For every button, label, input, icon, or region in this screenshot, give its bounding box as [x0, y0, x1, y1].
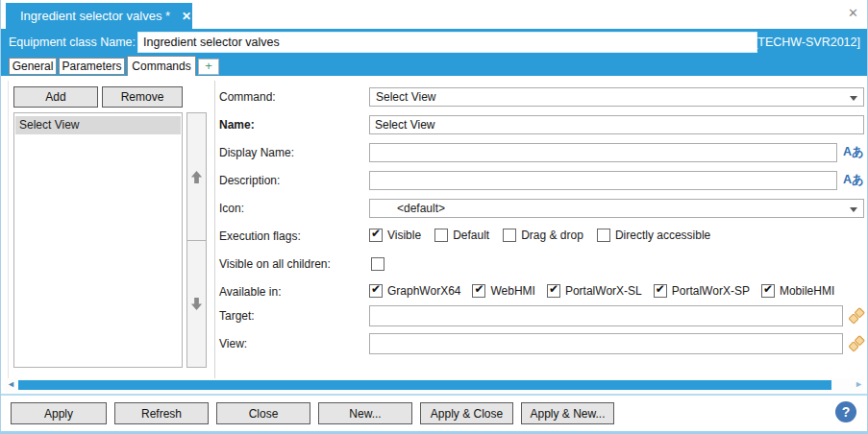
flag-directly-accessible: Directly accessible [597, 229, 710, 242]
commands-tab-content: Add Remove Select View Command: Select V… [1, 76, 867, 378]
portalworx-sl-checkbox[interactable] [547, 284, 560, 298]
avail-portalworx-sp: PortalWorX-SP [654, 284, 750, 298]
window-close-icon[interactable]: ✕ [848, 6, 858, 20]
document-tab-bar: Ingredient selector valves * ✕ ✕ [1, 0, 867, 29]
scroll-left-icon[interactable]: ◄ [7, 379, 15, 389]
document-tab-close-icon[interactable]: ✕ [182, 10, 191, 23]
equipment-class-name-label: Equipment class Name: [9, 29, 136, 56]
visible-checkbox-label: Visible [387, 229, 421, 242]
target-label: Target: [219, 306, 255, 326]
display-name-label: Display Name: [219, 143, 294, 162]
graphworx64-checkbox[interactable] [369, 284, 383, 298]
reorder-strip [186, 112, 207, 368]
portalworx-sp-checkbox-label: PortalWorX-SP [672, 284, 750, 298]
apply-button[interactable]: Apply [11, 402, 107, 424]
webhmi-checkbox-label: WebHMI [490, 284, 534, 298]
document-tab-title: Ingredient selector valves * [20, 9, 170, 23]
refresh-button[interactable]: Refresh [114, 402, 209, 424]
server-badge: [TECHW-SVR2012] [755, 29, 860, 56]
new-button[interactable]: New... [318, 402, 412, 424]
command-list[interactable]: Select View [13, 112, 183, 368]
icon-dropdown[interactable]: <default> [369, 199, 864, 218]
view-input[interactable] [369, 333, 843, 354]
tag-browse-icon[interactable] [848, 335, 865, 352]
header-bar: Equipment class Name: [TECHW-SVR2012] [1, 29, 867, 56]
portalworx-sp-checkbox[interactable] [654, 284, 667, 298]
view-label: View: [219, 334, 247, 353]
tab-strip: General Parameters Commands + [1, 56, 867, 76]
mobilehmi-checkbox[interactable] [761, 284, 775, 298]
avail-graphworx64: GraphWorX64 [369, 284, 460, 298]
drag-drop-checkbox-label: Drag & drop [521, 229, 583, 242]
webhmi-checkbox[interactable] [472, 284, 485, 298]
scrollbar-thumb[interactable] [18, 380, 831, 390]
equipment-class-name-input[interactable] [137, 32, 757, 53]
tag-browse-icon[interactable] [848, 307, 865, 325]
name-input[interactable] [369, 115, 864, 134]
localize-icon[interactable]: Aあ [843, 144, 866, 161]
flag-default: Default [434, 229, 489, 242]
apply-new-button[interactable]: Apply & New... [521, 402, 614, 424]
command-label: Command: [219, 87, 276, 107]
panel-divider [214, 81, 215, 378]
chevron-down-icon [850, 207, 857, 212]
up-arrow-icon [189, 169, 204, 185]
icon-label: Icon: [219, 199, 244, 218]
equipment-class-editor-window: Ingredient selector valves * ✕ ✕ Equipme… [0, 0, 868, 434]
localize-icon[interactable]: Aあ [843, 172, 866, 189]
available-in-label: Available in: [219, 282, 282, 301]
graphworx64-checkbox-label: GraphWorX64 [387, 284, 460, 298]
apply-close-button[interactable]: Apply & Close [420, 402, 513, 424]
command-dropdown-value: Select View [376, 90, 435, 104]
display-name-input[interactable] [369, 143, 837, 162]
drag-drop-checkbox[interactable] [503, 229, 516, 242]
down-arrow-icon [189, 296, 204, 312]
avail-portalworx-sl: PortalWorX-SL [547, 284, 642, 298]
visible-checkbox[interactable] [369, 229, 383, 242]
tab-parameters[interactable]: Parameters [59, 58, 125, 75]
execution-flags-label: Execution flags: [219, 227, 301, 246]
close-button[interactable]: Close [216, 402, 310, 424]
add-button[interactable]: Add [13, 86, 98, 108]
default-checkbox[interactable] [434, 229, 448, 242]
target-input[interactable] [369, 305, 843, 326]
name-label: Name: [219, 115, 255, 134]
horizontal-scrollbar[interactable]: ◄ ► [5, 378, 863, 393]
move-up-button[interactable] [186, 112, 207, 240]
flag-visible: Visible [369, 229, 421, 242]
icon-dropdown-value: <default> [397, 202, 445, 215]
description-input[interactable] [369, 171, 837, 190]
list-item[interactable]: Select View [15, 116, 181, 134]
panel-left-border [8, 81, 9, 378]
tab-general[interactable]: General [9, 58, 57, 75]
avail-webhmi: WebHMI [472, 284, 534, 298]
directly-accessible-checkbox[interactable] [597, 229, 610, 242]
available-in-group: GraphWorX64 WebHMI PortalWorX-SL PortalW… [369, 284, 834, 298]
visible-on-all-children-checkbox[interactable] [371, 257, 384, 271]
remove-button[interactable]: Remove [102, 86, 183, 108]
visible-on-all-children-label: Visible on all children: [219, 254, 331, 274]
tab-commands[interactable]: Commands [127, 56, 196, 76]
portalworx-sl-checkbox-label: PortalWorX-SL [565, 284, 642, 298]
description-label: Description: [219, 171, 280, 190]
avail-mobilehmi: MobileHMI [761, 284, 834, 298]
default-checkbox-label: Default [453, 229, 489, 242]
chevron-down-icon [850, 96, 857, 101]
footer-bar: Apply Refresh Close New... Apply & Close… [1, 396, 867, 431]
directly-accessible-checkbox-label: Directly accessible [615, 229, 710, 242]
mobilehmi-checkbox-label: MobileHMI [780, 284, 834, 298]
document-tab[interactable]: Ingredient selector valves * ✕ [6, 3, 192, 29]
flag-drag-drop: Drag & drop [503, 229, 583, 242]
scroll-right-icon[interactable]: ► [855, 379, 863, 389]
command-dropdown[interactable]: Select View [369, 87, 864, 107]
execution-flags-group: Visible Default Drag & drop Directly acc… [369, 229, 724, 242]
tab-add-new[interactable]: + [198, 59, 219, 75]
move-down-button[interactable] [186, 240, 207, 368]
help-icon[interactable]: ? [835, 401, 856, 422]
